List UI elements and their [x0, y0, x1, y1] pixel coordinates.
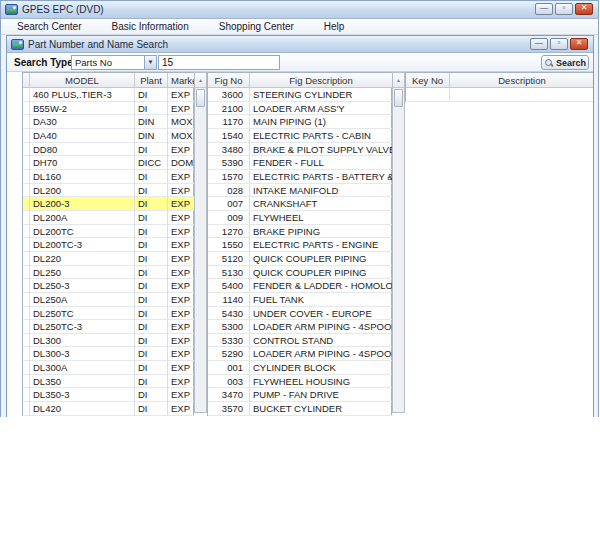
- fig-no-cell[interactable]: 007: [208, 197, 250, 211]
- fig-description-cell[interactable]: LOADER ARM ASS'Y: [250, 102, 393, 116]
- table-row[interactable]: DL200TC-3 DI EXP: [23, 238, 193, 252]
- column-header-key-no[interactable]: Key No: [406, 73, 450, 88]
- table-row[interactable]: DL200TC DI EXP: [23, 225, 193, 239]
- minimize-icon[interactable]: —: [535, 3, 553, 15]
- model-cell[interactable]: DL300-3: [30, 347, 135, 361]
- table-row[interactable]: 2100 LOADER ARM ASS'Y: [208, 102, 391, 116]
- figs-table-scrollbar[interactable]: ▲: [392, 72, 405, 413]
- table-row[interactable]: DA40 DIN MOX: [23, 129, 193, 143]
- table-row[interactable]: 5430 UNDER COVER - EUROPE: [208, 307, 391, 321]
- model-cell[interactable]: DL200A: [30, 211, 135, 225]
- model-cell[interactable]: DL300A: [30, 361, 135, 375]
- model-cell[interactable]: B55W-2: [30, 102, 135, 116]
- plant-cell[interactable]: DI: [135, 102, 168, 116]
- key-no-cell[interactable]: [406, 88, 450, 102]
- market-cell[interactable]: EXP: [168, 88, 195, 102]
- fig-no-cell[interactable]: 1270: [208, 225, 250, 239]
- fig-description-cell[interactable]: BUCKET CYLINDER: [250, 402, 393, 416]
- table-row[interactable]: 1140 FUEL TANK: [208, 293, 391, 307]
- table-row[interactable]: DH70 DICC DOM: [23, 156, 193, 170]
- search-input[interactable]: [158, 55, 280, 70]
- table-row[interactable]: DL420 DI EXP: [23, 402, 193, 416]
- market-cell[interactable]: EXP: [168, 197, 195, 211]
- table-row[interactable]: 3480 BRAKE & PILOT SUPPLY VALVE: [208, 143, 391, 157]
- plant-cell[interactable]: DI: [135, 307, 168, 321]
- table-row[interactable]: 3470 PUMP - FAN DRIVE: [208, 388, 391, 402]
- fig-no-cell[interactable]: 001: [208, 361, 250, 375]
- plant-cell[interactable]: DI: [135, 266, 168, 280]
- model-cell[interactable]: DH70: [30, 156, 135, 170]
- plant-cell[interactable]: DI: [135, 143, 168, 157]
- table-row[interactable]: 1170 MAIN PIPING (1): [208, 115, 391, 129]
- plant-cell[interactable]: DIN: [135, 115, 168, 129]
- table-row[interactable]: 001 CYLINDER BLOCK: [208, 361, 391, 375]
- table-row[interactable]: DL250A DI EXP: [23, 293, 193, 307]
- table-row[interactable]: DL160 DI EXP: [23, 170, 193, 184]
- table-row[interactable]: 007 CRANKSHAFT: [208, 197, 391, 211]
- fig-no-cell[interactable]: 1540: [208, 129, 250, 143]
- fig-description-cell[interactable]: STEERING CYLINDER: [250, 88, 393, 102]
- menu-shopping-center[interactable]: Shopping Center: [211, 21, 302, 32]
- inner-minimize-icon[interactable]: —: [530, 38, 548, 50]
- fig-no-cell[interactable]: 2100: [208, 102, 250, 116]
- plant-cell[interactable]: DI: [135, 170, 168, 184]
- plant-cell[interactable]: DI: [135, 238, 168, 252]
- fig-description-cell[interactable]: FUEL TANK: [250, 293, 393, 307]
- model-cell[interactable]: DL250-3: [30, 279, 135, 293]
- fig-no-cell[interactable]: 3570: [208, 402, 250, 416]
- table-row[interactable]: DL200A DI EXP: [23, 211, 193, 225]
- model-cell[interactable]: DD80: [30, 143, 135, 157]
- column-header-model[interactable]: MODEL: [30, 73, 135, 88]
- fig-description-cell[interactable]: ELECTRIC PARTS - CABIN: [250, 129, 393, 143]
- fig-no-cell[interactable]: 3480: [208, 143, 250, 157]
- fig-description-cell[interactable]: CRANKSHAFT: [250, 197, 393, 211]
- fig-no-cell[interactable]: 5120: [208, 252, 250, 266]
- fig-no-cell[interactable]: 5300: [208, 320, 250, 334]
- market-cell[interactable]: EXP: [168, 238, 195, 252]
- table-row[interactable]: DL250 DI EXP: [23, 266, 193, 280]
- table-row[interactable]: DL300 DI EXP: [23, 334, 193, 348]
- market-cell[interactable]: EXP: [168, 402, 195, 416]
- fig-description-cell[interactable]: QUICK COUPLER PIPING: [250, 252, 393, 266]
- menu-basic-information[interactable]: Basic Information: [103, 21, 196, 32]
- fig-description-cell[interactable]: ELECTRIC PARTS - BATTERY & REAR LA: [250, 170, 393, 184]
- market-cell[interactable]: DOM: [168, 156, 195, 170]
- plant-cell[interactable]: DI: [135, 347, 168, 361]
- table-row[interactable]: 5120 QUICK COUPLER PIPING: [208, 252, 391, 266]
- table-row[interactable]: DL220 DI EXP: [23, 252, 193, 266]
- table-row[interactable]: 5400 FENDER & LADDER - HOMOLOGATION: [208, 279, 391, 293]
- plant-cell[interactable]: DI: [135, 361, 168, 375]
- sort-up-icon[interactable]: ▲: [195, 73, 206, 88]
- table-row[interactable]: 460 PLUS,.TIER-3 DI EXP: [23, 88, 193, 102]
- fig-no-cell[interactable]: 5400: [208, 279, 250, 293]
- market-cell[interactable]: EXP: [168, 143, 195, 157]
- fig-description-cell[interactable]: LOADER ARM PIPING - 4SPOOL(LONG): [250, 320, 393, 334]
- fig-description-cell[interactable]: FENDER & LADDER - HOMOLOGATION: [250, 279, 393, 293]
- fig-no-cell[interactable]: 003: [208, 375, 250, 389]
- inner-maximize-icon[interactable]: ▫: [550, 38, 568, 50]
- plant-cell[interactable]: DI: [135, 334, 168, 348]
- close-icon[interactable]: ✕: [575, 3, 593, 15]
- plant-cell[interactable]: DI: [135, 279, 168, 293]
- models-table-scrollbar[interactable]: ▲: [194, 72, 207, 413]
- inner-close-icon[interactable]: ✕: [570, 38, 588, 50]
- plant-cell[interactable]: DI: [135, 320, 168, 334]
- table-row[interactable]: DL250TC DI EXP: [23, 307, 193, 321]
- market-cell[interactable]: EXP: [168, 293, 195, 307]
- search-button[interactable]: Search: [541, 55, 589, 70]
- table-row[interactable]: 3570 BUCKET CYLINDER: [208, 402, 391, 416]
- table-row[interactable]: 003 FLYWHEEL HOUSING: [208, 375, 391, 389]
- table-row[interactable]: 028 INTAKE MANIFOLD: [208, 184, 391, 198]
- market-cell[interactable]: EXP: [168, 184, 195, 198]
- menu-search-center[interactable]: Search Center: [9, 21, 89, 32]
- table-row[interactable]: 009 FLYWHEEL: [208, 211, 391, 225]
- market-cell[interactable]: EXP: [168, 266, 195, 280]
- table-row[interactable]: DL200-3 DI EXP: [23, 197, 193, 211]
- plant-cell[interactable]: DI: [135, 252, 168, 266]
- chevron-down-icon[interactable]: ▼: [144, 56, 156, 69]
- market-cell[interactable]: EXP: [168, 375, 195, 389]
- fig-no-cell[interactable]: 5290: [208, 347, 250, 361]
- model-cell[interactable]: DL220: [30, 252, 135, 266]
- fig-no-cell[interactable]: 3600: [208, 88, 250, 102]
- table-row[interactable]: B55W-2 DI EXP: [23, 102, 193, 116]
